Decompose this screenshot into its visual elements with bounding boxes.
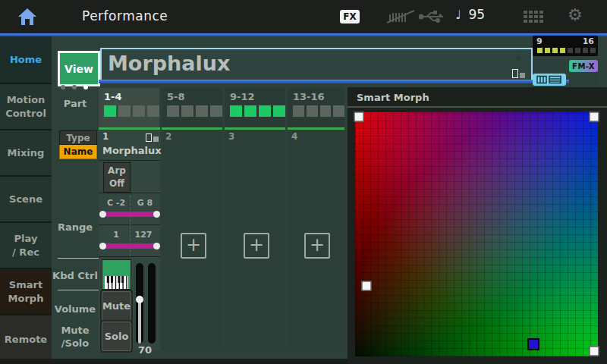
- morph-marker-white[interactable]: [589, 346, 599, 356]
- page-dot: [83, 85, 88, 89]
- part-range-indicator: 9 16: [533, 36, 598, 56]
- smart-morph-divider: [348, 106, 607, 108]
- page-dot: [72, 85, 77, 89]
- type-name-toggle[interactable]: Type Name: [59, 130, 97, 159]
- led: [575, 48, 580, 53]
- sidebar-item-remote[interactable]: Remote: [0, 315, 52, 364]
- sidebar-item-play-rec[interactable]: Play / Rec: [0, 223, 52, 268]
- part1-level-meter: [148, 263, 156, 344]
- part1-row-divider: [99, 256, 160, 257]
- led: [133, 105, 145, 117]
- smart-morph-map[interactable]: [355, 112, 598, 356]
- morph-marker-white[interactable]: [354, 112, 364, 122]
- led: [230, 105, 242, 117]
- part4-number: 4: [291, 131, 297, 142]
- bottom-edge: [0, 359, 348, 364]
- velocity-high: 127: [131, 230, 156, 240]
- view-button[interactable]: View: [58, 51, 100, 86]
- add-part4-button[interactable]: +: [304, 233, 330, 259]
- note-range-low-handle[interactable]: [99, 211, 106, 218]
- top-bar: Performance FX: [0, 0, 607, 33]
- page-indicator-dots[interactable]: [61, 85, 88, 89]
- favorite-star-icon[interactable]: ★: [513, 51, 524, 65]
- part-row-label: Part: [52, 98, 99, 111]
- range-start: 9: [536, 36, 543, 46]
- part1-arp-button[interactable]: Arp Off: [103, 162, 131, 193]
- plus-icon: +: [249, 236, 264, 254]
- settings-gear-icon[interactable]: ⚙: [568, 5, 583, 24]
- tempo-control[interactable]: ♩ 95: [455, 7, 485, 22]
- fx-status-badge[interactable]: FX: [340, 10, 360, 24]
- part1-name[interactable]: Morphalux: [102, 145, 162, 156]
- morph-marker-white[interactable]: [362, 281, 372, 290]
- led: [333, 105, 344, 117]
- part-tab-leds: [167, 105, 222, 117]
- pad-grid-icon[interactable]: [524, 11, 545, 26]
- part1-mute-button[interactable]: Mute: [102, 291, 131, 321]
- mute-solo-row-label: Mute /Solo: [52, 325, 99, 350]
- velocity-low: 1: [103, 230, 129, 240]
- morph-marker-white[interactable]: [589, 112, 599, 122]
- label-divider: [58, 290, 99, 290]
- led: [537, 48, 543, 53]
- led: [244, 105, 256, 117]
- part1-kbd-ctrl-button[interactable]: [102, 259, 131, 290]
- led: [568, 48, 573, 53]
- mini-cell-empty: [569, 74, 598, 86]
- range-divider: [130, 196, 131, 256]
- volume-slider-fill: [138, 300, 141, 344]
- led: [307, 105, 318, 117]
- page-dot: [61, 85, 65, 89]
- led: [320, 105, 332, 117]
- plus-icon: +: [186, 236, 201, 254]
- range-end: 16: [583, 36, 594, 46]
- part-tab-13-16[interactable]: 13-16: [288, 88, 344, 127]
- part1-row-divider: [99, 193, 160, 193]
- type-option[interactable]: Type: [59, 130, 97, 145]
- sidebar-item-smart-morph[interactable]: Smart Morph: [0, 269, 52, 314]
- sidebar-item-home[interactable]: Home: [0, 36, 52, 83]
- part1-row-divider: [99, 160, 160, 161]
- tempo-value: 95: [469, 7, 486, 22]
- morph-marker-blue[interactable]: [527, 338, 539, 350]
- volume-slider-handle[interactable]: [136, 296, 143, 303]
- accent-divider: [0, 33, 607, 36]
- part-tab-leds: [104, 105, 159, 117]
- sidebar-item-scene[interactable]: Scene: [0, 177, 52, 221]
- label-divider: [58, 258, 99, 259]
- part1-number: 1: [102, 131, 109, 142]
- keyboard-icon: [105, 276, 128, 289]
- midi-keyboard-disabled-icon: [385, 10, 416, 27]
- part-activity-leds: [537, 48, 596, 53]
- usb-icon: [419, 11, 443, 26]
- part1-volume-value: 70: [134, 344, 156, 356]
- page-title: Performance: [82, 8, 168, 24]
- part1-solo-button[interactable]: Solo: [102, 322, 131, 351]
- add-part2-button[interactable]: +: [181, 233, 206, 259]
- note-range-high: G 8: [134, 198, 156, 208]
- part-tab-9-12[interactable]: 9-12: [225, 88, 285, 127]
- sidebar: Home Motion Control Mixing Scene Play / …: [0, 36, 52, 364]
- home-icon[interactable]: [17, 6, 38, 27]
- velocity-low-handle[interactable]: [99, 243, 106, 249]
- sidebar-item-mixing[interactable]: Mixing: [0, 130, 52, 175]
- led: [104, 105, 116, 117]
- add-part3-button[interactable]: +: [244, 233, 269, 259]
- sidebar-item-motion-control[interactable]: Motion Control: [0, 84, 52, 129]
- name-option-selected[interactable]: Name: [59, 145, 97, 159]
- performance-name-field[interactable]: Morphalux ★: [100, 48, 533, 83]
- part1-volume-slider[interactable]: [136, 263, 143, 344]
- velocity-high-handle[interactable]: [153, 243, 160, 249]
- mini-keyboard-icon: [536, 75, 562, 84]
- part3-number: 3: [228, 131, 234, 142]
- led: [583, 48, 588, 53]
- part-tab-1-4[interactable]: 1-4: [99, 88, 159, 127]
- note-range-high-handle[interactable]: [153, 211, 160, 218]
- quarter-note-icon: ♩: [455, 8, 461, 22]
- screen: Performance FX: [0, 0, 607, 364]
- part-tab-5-8[interactable]: 5-8: [162, 88, 222, 127]
- tone-generator-type-badge: FM-X: [569, 60, 598, 72]
- part-tab-leds: [230, 105, 285, 117]
- part-tab-leds: [293, 105, 344, 117]
- led: [560, 48, 565, 53]
